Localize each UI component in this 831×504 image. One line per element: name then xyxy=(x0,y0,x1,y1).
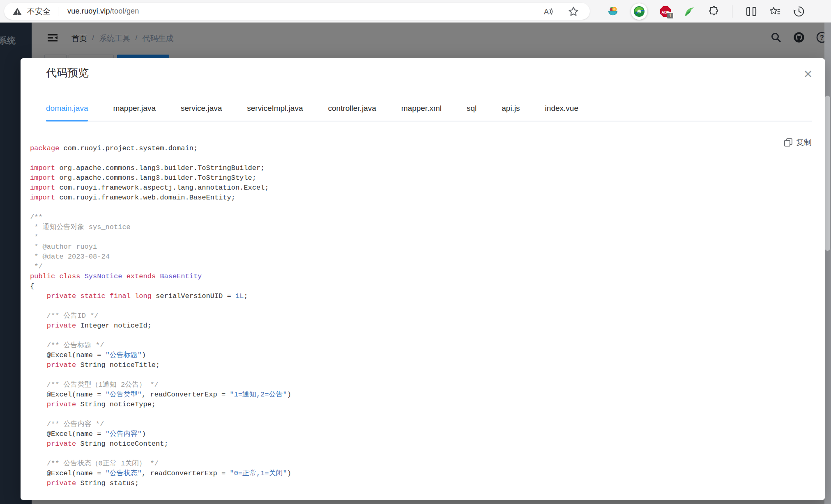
warning-icon[interactable] xyxy=(12,6,23,17)
code-line: */ xyxy=(30,262,808,272)
code-line xyxy=(30,301,808,311)
tab-index.vue[interactable]: index.vue xyxy=(545,98,578,121)
page-scrollbar xyxy=(824,23,831,504)
code-line: private String noticeContent; xyxy=(30,439,808,449)
code-line: private String noticeTitle; xyxy=(30,360,808,370)
code-line: @Excel(name = "公告标题") xyxy=(30,351,808,360)
code-line: /** 公告状态（0正常 1关闭） */ xyxy=(30,459,808,469)
code-content: package com.ruoyi.project.system.domain;… xyxy=(30,144,808,500)
code-line: import org.apache.commons.lang3.builder.… xyxy=(30,163,808,173)
tab-service.java[interactable]: service.java xyxy=(181,98,222,121)
code-line xyxy=(30,331,808,341)
code-line xyxy=(30,153,808,163)
dialog-title: 代码预览 xyxy=(46,66,89,80)
code-line: package com.ruoyi.project.system.domain; xyxy=(30,144,808,153)
security-label: 不安全 xyxy=(27,6,51,17)
modal-tabs: domain.javamapper.javaservice.javaservic… xyxy=(46,98,812,121)
code-line xyxy=(30,449,808,459)
svg-text:A: A xyxy=(544,7,549,16)
code-line: * @author ruoyi xyxy=(30,242,808,252)
split-screen-icon[interactable] xyxy=(746,6,757,17)
code-line: import com.ruoyi.framework.web.domain.Ba… xyxy=(30,193,808,203)
tab-mapper.xml[interactable]: mapper.xml xyxy=(401,98,442,121)
tab-domain.java[interactable]: domain.java xyxy=(46,98,88,121)
code-line: @Excel(name = "公告状态", readConverterExp =… xyxy=(30,469,808,479)
code-line: import com.ruoyi.framework.aspectj.lang.… xyxy=(30,183,808,193)
read-aloud-icon[interactable]: A xyxy=(542,6,554,17)
code-line: import org.apache.commons.lang3.builder.… xyxy=(30,173,808,183)
code-line: /** 公告内容 */ xyxy=(30,419,808,429)
tab-serviceImpl.java[interactable]: serviceImpl.java xyxy=(247,98,303,121)
history-icon[interactable] xyxy=(793,6,805,17)
adblock-extension-icon[interactable]: ABP 1 xyxy=(660,6,671,17)
bird-extension-icon[interactable] xyxy=(684,6,695,17)
tab-mapper.java[interactable]: mapper.java xyxy=(113,98,156,121)
code-line: * 通知公告对象 sys_notice xyxy=(30,222,808,232)
toolbar-divider xyxy=(732,5,732,18)
tab-sql[interactable]: sql xyxy=(467,98,477,121)
code-line: /** 公告ID */ xyxy=(30,311,808,321)
favorite-star-icon[interactable] xyxy=(568,6,579,17)
code-line: public void setNoticeId(Integer noticeId… xyxy=(30,498,808,500)
code-line: /** 公告类型（1通知 2公告） */ xyxy=(30,380,808,390)
code-line: private String status; xyxy=(30,479,808,488)
code-line xyxy=(30,410,808,419)
adblock-badge: 1 xyxy=(667,12,674,19)
code-line: private Integer noticeId; xyxy=(30,321,808,331)
url-path: /tool/gen xyxy=(110,7,139,15)
code-line: * @date 2023-08-24 xyxy=(30,252,808,262)
code-line xyxy=(30,203,808,213)
scrollbar-thumb[interactable] xyxy=(825,96,830,251)
code-line: /** 公告标题 */ xyxy=(30,341,808,351)
url-host: vue.ruoyi.vip xyxy=(67,7,110,15)
address-divider xyxy=(58,7,58,16)
code-line: private String noticeType; xyxy=(30,400,808,410)
extensions-puzzle-icon[interactable] xyxy=(707,6,719,17)
tab-controller.java[interactable]: controller.java xyxy=(328,98,376,121)
code-line: public class SysNotice extends BaseEntit… xyxy=(30,272,808,282)
code-line xyxy=(30,488,808,498)
code-line xyxy=(30,370,808,380)
close-icon[interactable]: ✕ xyxy=(801,67,815,81)
browser-toolbar: 不安全 vue.ruoyi.vip/tool/gen A xyxy=(0,0,831,23)
bowl-extension-icon[interactable] xyxy=(607,6,619,17)
idm-extension-icon[interactable] xyxy=(631,3,647,20)
address-bar[interactable]: 不安全 vue.ruoyi.vip/tool/gen A xyxy=(4,3,590,20)
tab-api.js[interactable]: api.js xyxy=(502,98,520,121)
favorites-bar-icon[interactable] xyxy=(769,6,781,17)
code-line: * xyxy=(30,232,808,242)
code-line: @Excel(name = "公告内容") xyxy=(30,429,808,439)
page-url[interactable]: vue.ruoyi.vip/tool/gen xyxy=(67,7,139,16)
code-line: private static final long serialVersionU… xyxy=(30,291,808,301)
code-preview-dialog: 代码预览 ✕ domain.javamapper.javaservice.jav… xyxy=(21,58,825,500)
code-line: @Excel(name = "公告类型", readConverterExp =… xyxy=(30,390,808,400)
code-line: /** xyxy=(30,213,808,222)
code-line: { xyxy=(30,282,808,291)
